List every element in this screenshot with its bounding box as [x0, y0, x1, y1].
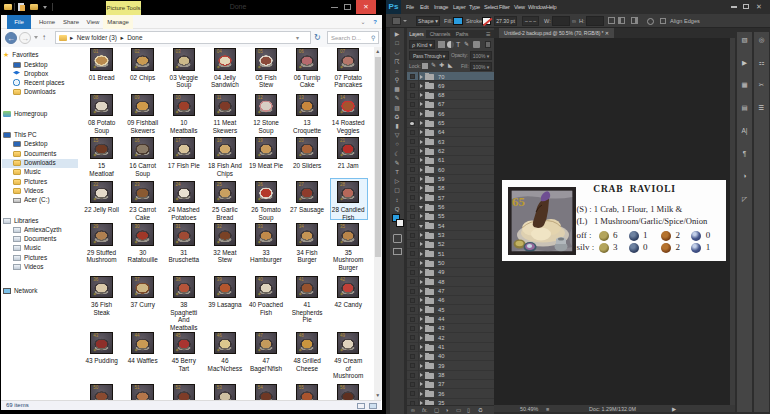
- svg-text:65: 65: [512, 194, 526, 209]
